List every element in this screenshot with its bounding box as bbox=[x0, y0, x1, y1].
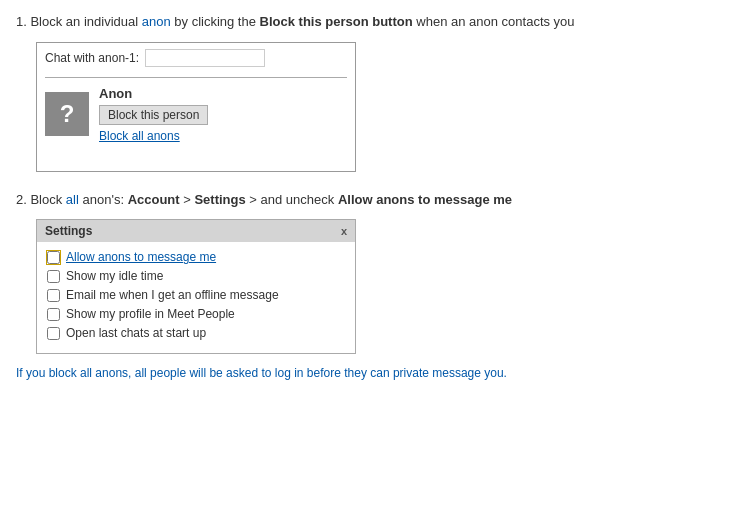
allow-anons-checkbox[interactable] bbox=[47, 251, 60, 264]
chat-input[interactable] bbox=[145, 49, 265, 67]
settings-item-allow-anons: Allow anons to message me bbox=[47, 250, 345, 264]
settings-header: Settings x bbox=[37, 220, 355, 242]
chat-divider bbox=[45, 77, 347, 78]
last-chats-checkbox[interactable] bbox=[47, 327, 60, 340]
section-1: 1. Block an individual anon by clicking … bbox=[16, 12, 713, 172]
settings-title: Settings bbox=[45, 224, 92, 238]
block-all-note: If you block all anons, all people will … bbox=[16, 364, 713, 382]
profile-meet-label: Show my profile in Meet People bbox=[66, 307, 235, 321]
all-anon-link: all bbox=[66, 192, 79, 207]
chat-header: Chat with anon-1: bbox=[45, 49, 347, 67]
anon-info: Anon Block this person Block all anons bbox=[99, 86, 208, 143]
anon-name: Anon bbox=[99, 86, 208, 101]
block-all-anons-link[interactable]: Block all anons bbox=[99, 129, 208, 143]
section-2: 2. Block all anon's: Account > Settings … bbox=[16, 190, 713, 383]
instruction-2: 2. Block all anon's: Account > Settings … bbox=[16, 190, 713, 210]
settings-item-idle: Show my idle time bbox=[47, 269, 345, 283]
email-offline-label: Email me when I get an offline message bbox=[66, 288, 279, 302]
anon-row: ? Anon Block this person Block all anons bbox=[45, 86, 347, 143]
chat-label: Chat with anon-1: bbox=[45, 51, 139, 65]
allow-anons-label[interactable]: Allow anons to message me bbox=[66, 250, 216, 264]
anon-link: anon bbox=[142, 14, 171, 29]
chat-mockup: Chat with anon-1: ? Anon Block this pers… bbox=[36, 42, 356, 172]
settings-item-last-chats: Open last chats at start up bbox=[47, 326, 345, 340]
idle-time-label: Show my idle time bbox=[66, 269, 163, 283]
settings-item-email: Email me when I get an offline message bbox=[47, 288, 345, 302]
settings-box: Settings x Allow anons to message me Sho… bbox=[36, 219, 356, 354]
anon-avatar: ? bbox=[45, 92, 89, 136]
email-offline-checkbox[interactable] bbox=[47, 289, 60, 302]
settings-item-profile: Show my profile in Meet People bbox=[47, 307, 345, 321]
instruction-1: 1. Block an individual anon by clicking … bbox=[16, 12, 713, 32]
idle-time-checkbox[interactable] bbox=[47, 270, 60, 283]
settings-close-button[interactable]: x bbox=[341, 225, 347, 237]
settings-body: Allow anons to message me Show my idle t… bbox=[37, 242, 355, 353]
block-person-button[interactable]: Block this person bbox=[99, 105, 208, 125]
last-chats-label: Open last chats at start up bbox=[66, 326, 206, 340]
profile-meet-checkbox[interactable] bbox=[47, 308, 60, 321]
